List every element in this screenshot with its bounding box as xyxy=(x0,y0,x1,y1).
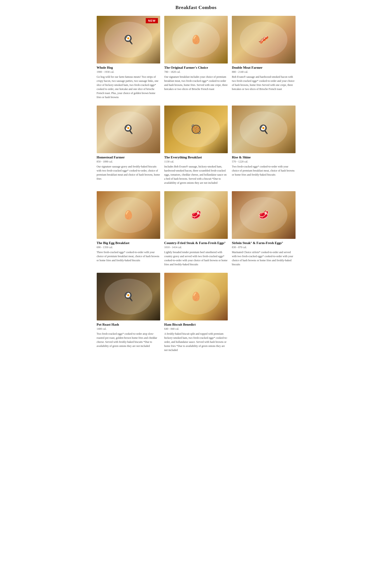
item-name-double-meat-farmer: Double Meat Farmer xyxy=(232,66,295,70)
item-description-country-fried-steak: Lightly breaded tender premium beef smot… xyxy=(164,250,228,266)
item-image-big-egg-breakfast[interactable]: 🥚 xyxy=(97,191,160,239)
menu-item-pot-roast-hash: 🍳Pot Roast Hash1400 cal.Two fresh-cracke… xyxy=(97,273,160,352)
item-calories-everything-breakfast: 1130 cal. xyxy=(164,160,228,164)
new-badge-whole-hog: NEW xyxy=(146,18,158,23)
item-image-country-fried-steak[interactable]: 🥩 xyxy=(164,191,228,239)
item-image-everything-breakfast[interactable]: 🥘 xyxy=(164,106,228,153)
item-image-whole-hog[interactable]: 🍳NEW xyxy=(97,16,160,64)
item-description-pot-roast-hash: Two fresh-cracked eggs* cooked-to-order … xyxy=(97,332,160,348)
item-calories-ham-biscuit-benedict: 640 - 840 cal. xyxy=(164,327,228,330)
item-name-homestead-farmer: Homestead Farmer xyxy=(97,156,160,159)
menu-item-whole-hog: 🍳NEWWhole Hog1900 - 1930 cal.Go hog wild… xyxy=(97,16,160,99)
item-description-original-farmer: Our signature breakfast includes your ch… xyxy=(164,75,228,91)
item-calories-pot-roast-hash: 1400 cal. xyxy=(97,327,160,330)
menu-item-double-meat-farmer: 🥓Double Meat Farmer880 - 2140 cal.Bob Ev… xyxy=(232,16,295,99)
menu-item-original-farmer: 🥚The Original Farmer's Choice780 - 1820 … xyxy=(164,16,228,99)
item-name-everything-breakfast: The Everything Breakfast xyxy=(164,156,228,159)
item-calories-double-meat-farmer: 880 - 2140 cal. xyxy=(232,70,295,74)
item-calories-country-fried-steak: 1010 - 1414 cal. xyxy=(164,246,228,249)
menu-item-sirloin-steak: 🥩Sirloin Steak° & Farm-Fresh Eggs°830 - … xyxy=(232,191,295,266)
item-calories-whole-hog: 1900 - 1930 cal. xyxy=(97,70,160,74)
item-image-original-farmer[interactable]: 🥚 xyxy=(164,16,228,64)
item-calories-big-egg-breakfast: 690 - 1350 cal. xyxy=(97,246,160,249)
item-image-double-meat-farmer[interactable]: 🥓 xyxy=(232,16,295,64)
item-name-country-fried-steak: Country-Fried Steak & Farm-Fresh Eggs° xyxy=(164,241,228,245)
item-name-whole-hog: Whole Hog xyxy=(97,66,160,70)
item-image-rise-shine[interactable]: 🍳 xyxy=(232,106,295,153)
item-calories-sirloin-steak: 830 - 870 cal. xyxy=(232,246,295,249)
item-name-big-egg-breakfast: The Big Egg Breakfast xyxy=(97,241,160,245)
item-description-homestead-farmer: Our signature sausage gravy and freshly-… xyxy=(97,164,160,181)
menu-item-homestead-farmer: 🍳Homestead Farmer850 - 1890 cal.Our sign… xyxy=(97,106,160,185)
item-image-homestead-farmer[interactable]: 🍳 xyxy=(97,106,160,153)
menu-item-ham-biscuit-benedict: 🥚Ham Biscuit Benedict640 - 840 cal.A fre… xyxy=(164,273,228,352)
menu-item-big-egg-breakfast: 🥚The Big Egg Breakfast690 - 1350 cal.Thr… xyxy=(97,191,160,266)
item-calories-original-farmer: 780 - 1820 cal. xyxy=(164,70,228,74)
item-name-sirloin-steak: Sirloin Steak° & Farm-Fresh Eggs° xyxy=(232,241,295,245)
item-image-sirloin-steak[interactable]: 🥩 xyxy=(232,191,295,239)
item-name-ham-biscuit-benedict: Ham Biscuit Benedict xyxy=(164,323,228,326)
item-description-double-meat-farmer: Bob Evans® sausage and hardwood-smoked b… xyxy=(232,75,295,91)
item-calories-rise-shine: 570 - 1220 cal. xyxy=(232,160,295,164)
item-description-ham-biscuit-benedict: A freshly-baked biscuit split and topped… xyxy=(164,332,228,352)
item-description-big-egg-breakfast: Three fresh-cracked eggs* cooked-to-orde… xyxy=(97,250,160,262)
page-title: Breakfast Combos xyxy=(97,4,296,10)
item-name-rise-shine: Rise & Shine xyxy=(232,156,295,159)
item-name-pot-roast-hash: Pot Roast Hash xyxy=(97,323,160,326)
menu-item-rise-shine: 🍳Rise & Shine570 - 1220 cal.Two fresh-cr… xyxy=(232,106,295,185)
item-name-original-farmer: The Original Farmer's Choice xyxy=(164,66,228,70)
item-description-whole-hog: Go hog wild for our farm-famous meats! T… xyxy=(97,75,160,99)
menu-item-country-fried-steak: 🥩Country-Fried Steak & Farm-Fresh Eggs°1… xyxy=(164,191,228,266)
item-description-rise-shine: Two fresh-cracked eggs* cooked-to-order … xyxy=(232,164,295,177)
item-image-ham-biscuit-benedict[interactable]: 🥚 xyxy=(164,273,228,320)
item-description-everything-breakfast: Includes Bob Evans® sausage, hickory-smo… xyxy=(164,164,228,185)
menu-item-everything-breakfast: 🥘The Everything Breakfast1130 cal.Includ… xyxy=(164,106,228,185)
item-description-sirloin-steak: Marinated Choice sirloin* cooked-to-orde… xyxy=(232,250,295,266)
menu-grid: 🍳NEWWhole Hog1900 - 1930 cal.Go hog wild… xyxy=(97,16,296,352)
item-image-pot-roast-hash[interactable]: 🍳 xyxy=(97,273,160,320)
item-calories-homestead-farmer: 850 - 1890 cal. xyxy=(97,160,160,164)
